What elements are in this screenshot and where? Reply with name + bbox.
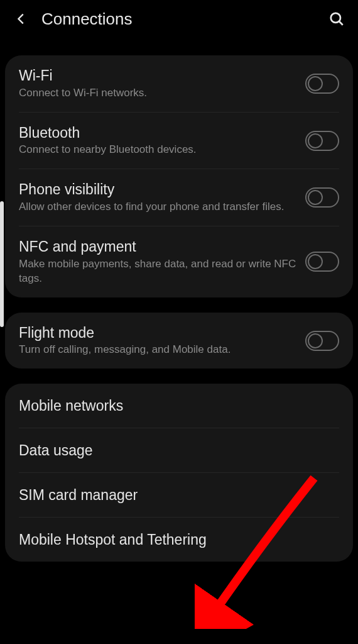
setting-row-sim-card-manager[interactable]: SIM card manager — [5, 473, 353, 517]
toggle-switch[interactable] — [305, 252, 339, 272]
svg-point-0 — [331, 13, 340, 23]
settings-group: Wi-Fi Connect to Wi-Fi networks. Bluetoo… — [5, 55, 353, 297]
scrollbar-thumb[interactable] — [0, 201, 4, 327]
svg-line-1 — [339, 21, 343, 25]
row-subtitle: Connect to nearby Bluetooth devices. — [19, 143, 298, 157]
settings-group: Flight mode Turn off calling, messaging,… — [5, 313, 353, 369]
row-title: Bluetooth — [19, 124, 298, 142]
setting-row-mobile-hotspot-tethering[interactable]: Mobile Hotspot and Tethering — [5, 518, 353, 562]
settings-group: Mobile networks Data usage SIM card mana… — [5, 384, 353, 562]
setting-row-flight-mode[interactable]: Flight mode Turn off calling, messaging,… — [5, 313, 353, 369]
settings-content: Wi-Fi Connect to Wi-Fi networks. Bluetoo… — [0, 55, 358, 562]
setting-row-data-usage[interactable]: Data usage — [5, 428, 353, 472]
setting-row-phone-visibility[interactable]: Phone visibility Allow other devices to … — [5, 169, 353, 226]
setting-row-wifi[interactable]: Wi-Fi Connect to Wi-Fi networks. — [5, 55, 353, 112]
row-title: Mobile networks — [19, 397, 332, 415]
search-button[interactable] — [328, 10, 345, 28]
row-title: Flight mode — [19, 324, 298, 342]
toggle-switch[interactable] — [305, 74, 339, 94]
row-subtitle: Connect to Wi-Fi networks. — [19, 86, 298, 101]
page-title: Connections — [41, 9, 328, 29]
back-button[interactable] — [13, 10, 30, 28]
toggle-switch[interactable] — [305, 187, 339, 208]
toggle-switch[interactable] — [305, 331, 339, 351]
chevron-left-icon — [14, 12, 28, 26]
row-title: NFC and payment — [19, 238, 298, 256]
setting-row-bluetooth[interactable]: Bluetooth Connect to nearby Bluetooth de… — [5, 113, 353, 169]
setting-row-mobile-networks[interactable]: Mobile networks — [5, 384, 353, 428]
header-bar: Connections — [0, 0, 358, 40]
row-subtitle: Make mobile payments, share data, and re… — [19, 257, 298, 286]
row-title: SIM card manager — [19, 486, 332, 504]
row-title: Mobile Hotspot and Tethering — [19, 531, 332, 549]
row-title: Data usage — [19, 441, 332, 460]
row-subtitle: Turn off calling, messaging, and Mobile … — [19, 343, 298, 357]
setting-row-nfc-payment[interactable]: NFC and payment Make mobile payments, sh… — [5, 226, 353, 297]
row-title: Phone visibility — [19, 180, 298, 199]
toggle-switch[interactable] — [305, 131, 339, 151]
row-title: Wi-Fi — [19, 67, 298, 85]
row-subtitle: Allow other devices to find your phone a… — [19, 200, 298, 214]
search-icon — [328, 11, 345, 27]
